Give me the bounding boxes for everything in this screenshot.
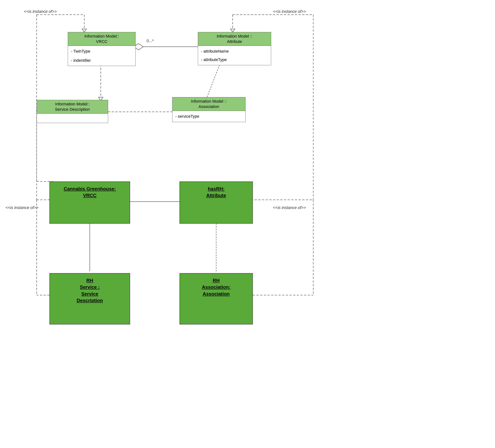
rh-association-header: RH Association: Association: [180, 274, 252, 301]
rh-association-line3: Association: [203, 291, 230, 297]
rh-service-instance: RH Service : Service Description: [49, 273, 130, 324]
svg-line-15: [207, 64, 220, 97]
rh-association-line2: Association:: [202, 284, 231, 290]
service-description-body: [37, 114, 108, 123]
cannabis-greenhouse-line1: Cannabis Greenhouse:: [64, 186, 116, 192]
is-instance-bottom-left-label: <<is instance of>>: [5, 205, 39, 210]
attribute-header-line1: Information Model ::: [217, 34, 252, 39]
svg-marker-9: [231, 29, 235, 32]
vrcc-attr-2: - indentifier: [71, 57, 132, 64]
rh-association-instance: RH Association: Association: [179, 273, 253, 324]
association-header-line2: Association: [199, 104, 219, 109]
attribute-class-box: Information Model :: Attribute - attribu…: [198, 32, 271, 65]
diagram-container: Information Model:: VRCC - TwinType - in…: [0, 0, 495, 448]
association-attr-1: - serviceType: [175, 113, 242, 120]
hasrh-instance: hasRH: Attribute: [179, 182, 253, 224]
is-instance-bottom-right-label: <<is instance of>>: [273, 205, 306, 210]
vrcc-class-box: Information Model:: VRCC - TwinType - in…: [68, 32, 136, 66]
rh-association-line1: RH: [213, 278, 220, 283]
attribute-attr-2: - attributeType: [201, 56, 268, 63]
sd-header-line1: Information Model::: [55, 102, 90, 106]
zero-star-label: 0...*: [147, 39, 154, 43]
attribute-attr-1: - attributeName: [201, 48, 268, 55]
vrcc-header: Information Model:: VRCC: [68, 32, 135, 46]
vrcc-header-line2: VRCC: [96, 39, 107, 44]
hasrh-line1: hasRH:: [208, 186, 224, 192]
association-body: - serviceType: [172, 111, 245, 122]
is-instance-top-right-label: <<is instance of>>: [273, 9, 306, 14]
rh-service-header: RH Service : Service Description: [50, 274, 130, 308]
is-instance-top-left-label: <<is instance of>>: [24, 9, 57, 14]
diagram-svg: [0, 0, 495, 448]
association-header-line1: Information Model ::: [191, 99, 227, 104]
vrcc-body: - TwinType - indentifier: [68, 46, 135, 66]
rh-service-line2: Service :: [80, 284, 100, 290]
attribute-header: Information Model :: Attribute: [198, 32, 271, 46]
attribute-body: - attributeName - attributeType: [198, 46, 271, 65]
sd-header-line2: Service Description: [55, 107, 90, 112]
association-class-box: Information Model :: Association - servi…: [172, 97, 246, 122]
rh-service-line1: RH: [86, 278, 93, 283]
attribute-header-line2: Attribute: [227, 39, 242, 44]
svg-marker-4: [82, 29, 86, 32]
vrcc-attr-1: - TwinType: [71, 48, 132, 55]
cannabis-greenhouse-instance: Cannabis Greenhouse: VRCC: [49, 182, 130, 224]
service-description-header: Information Model:: Service Description: [37, 100, 108, 114]
vrcc-header-line1: Information Model::: [84, 34, 119, 39]
rh-service-line4: Description: [77, 298, 103, 303]
cannabis-greenhouse-line2: VRCC: [83, 193, 96, 198]
service-description-class-box: Information Model:: Service Description: [37, 100, 108, 123]
rh-service-line3: Service: [81, 291, 98, 297]
association-header: Information Model :: Association: [172, 97, 245, 111]
hasrh-header: hasRH: Attribute: [180, 182, 252, 203]
cannabis-greenhouse-header: Cannabis Greenhouse: VRCC: [50, 182, 130, 203]
hasrh-line2: Attribute: [206, 193, 226, 198]
